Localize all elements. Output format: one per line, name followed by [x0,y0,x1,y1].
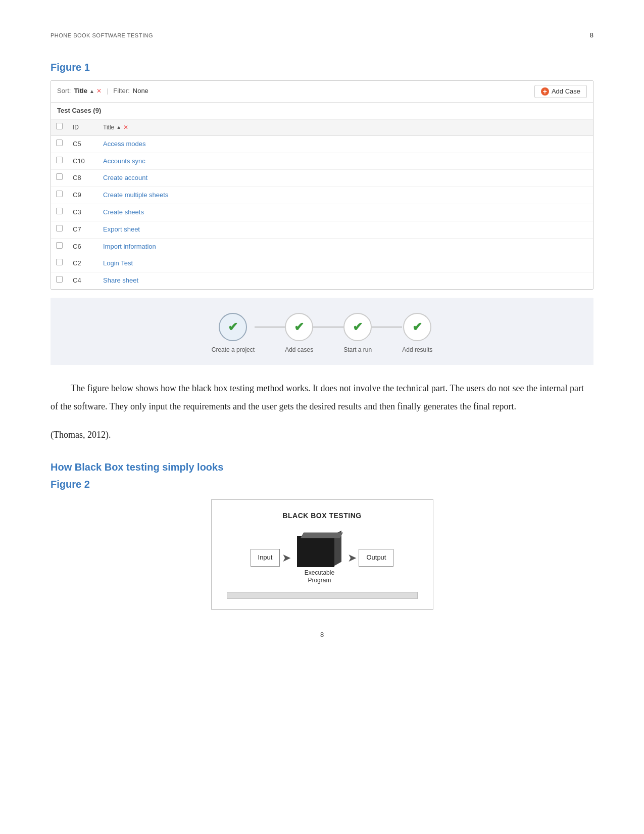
row-id: C3 [68,204,98,221]
table-row: C10 Accounts sync [51,153,593,170]
blackbox-flow: Input ➤ ExecutableProgram ➤ Output [227,531,418,585]
cases-table: ID Title ▲ ✕ C5 Access modes [51,120,593,289]
bb-program-container: ExecutableProgram [297,531,341,585]
row-checkbox[interactable] [56,140,63,146]
row-checkbox[interactable] [56,208,63,214]
workflow-step: ✔Create a project [212,313,285,355]
page-number-footer: 8 [51,630,593,640]
filter-value[interactable]: None [133,86,148,97]
row-checkbox[interactable] [56,191,63,197]
workflow-step-item: ✔Create a project [212,313,255,355]
workflow-diagram: ✔Create a project✔Add cases✔Start a run✔… [51,298,593,365]
row-id: C8 [68,170,98,187]
row-title-link[interactable]: Accounts sync [103,157,145,165]
col-check-header [51,120,68,136]
bb-arrow-out: ➤ [348,549,357,567]
figure2-label: Figure 2 [51,476,593,492]
row-title[interactable]: Accounts sync [98,153,593,170]
step-connector [372,327,402,328]
col-title-sort-clear[interactable]: ✕ [123,123,128,132]
row-title-link[interactable]: Login Test [103,259,133,267]
blackbox-diagram: BLACK BOX TESTING Input ➤ ExecutableProg… [211,499,433,610]
workflow-steps: ✔Create a project✔Add cases✔Start a run✔… [61,313,583,355]
step-check-icon: ✔ [294,317,304,337]
row-checkbox-cell[interactable] [51,170,68,187]
row-title[interactable]: Create multiple sheets [98,187,593,204]
row-checkbox-cell[interactable] [51,187,68,204]
row-checkbox[interactable] [56,173,63,180]
row-title[interactable]: Create account [98,170,593,187]
col-id-header[interactable]: ID [68,120,98,136]
sort-clear-button[interactable]: ✕ [96,86,102,96]
row-checkbox[interactable] [56,242,63,249]
row-title-link[interactable]: Import information [103,243,156,250]
bb-footer-bar [227,592,418,599]
row-checkbox-cell[interactable] [51,255,68,272]
table-row: C9 Create multiple sheets [51,187,593,204]
step-circle: ✔ [219,313,247,341]
step-connector [313,327,343,328]
row-title-link[interactable]: Share sheet [103,276,138,284]
row-checkbox-cell[interactable] [51,272,68,289]
row-checkbox-cell[interactable] [51,238,68,255]
step-check-icon: ✔ [353,317,363,337]
row-id: C9 [68,187,98,204]
step-circle: ✔ [343,313,372,341]
row-checkbox-cell[interactable] [51,204,68,221]
test-cases-label: Test Cases [57,107,91,114]
row-id: C7 [68,221,98,238]
test-cases-table: Sort: Title ▲ ✕ | Filter: None + Add Cas… [51,80,593,290]
sort-field-area[interactable]: Title ▲ ✕ [74,86,101,97]
row-checkbox[interactable] [56,259,63,265]
row-id: C5 [68,135,98,153]
row-checkbox-cell[interactable] [51,135,68,153]
row-title[interactable]: Export sheet [98,221,593,238]
add-case-plus-icon: + [541,87,549,96]
row-id: C10 [68,153,98,170]
row-id: C2 [68,255,98,272]
sort-field[interactable]: Title [74,86,87,97]
row-title[interactable]: Import information [98,238,593,255]
table-row: C5 Access modes [51,135,593,153]
row-title[interactable]: Access modes [98,135,593,153]
test-cases-number: 9 [95,107,99,114]
bb-output-box: Output [359,549,393,567]
add-case-button[interactable]: + Add Case [534,85,587,98]
citation-text: (Thomas, 2012). [51,426,593,444]
workflow-step: ✔Add results [402,313,432,355]
table-row: C3 Create sheets [51,204,593,221]
bb-arrow-in: ➤ [282,549,291,567]
col-title-header[interactable]: Title ▲ ✕ [98,120,593,136]
row-checkbox[interactable] [56,276,63,283]
table-row: C7 Export sheet [51,221,593,238]
bb-input-box: Input [251,549,280,567]
toolbar-divider: | [107,86,108,97]
page-number-header: 8 [590,30,593,41]
row-title-link[interactable]: Create multiple sheets [103,191,168,199]
step-connector [255,327,285,328]
row-checkbox-cell[interactable] [51,221,68,238]
row-title[interactable]: Login Test [98,255,593,272]
sort-direction-icon: ▲ [89,87,94,96]
test-cases-count: Test Cases (9) [51,103,593,120]
document-title: PHONE BOOK SOFTWARE TESTING [51,31,153,40]
row-title-link[interactable]: Create sheets [103,208,144,216]
header-checkbox[interactable] [56,123,63,129]
figure1-label: Figure 1 [51,59,593,75]
row-title-link[interactable]: Export sheet [103,225,140,233]
row-title[interactable]: Share sheet [98,272,593,289]
row-checkbox[interactable] [56,157,63,163]
cube-top-face [301,532,343,538]
bb-cube-container [297,531,341,567]
workflow-step-item: ✔Start a run [343,313,372,355]
row-checkbox[interactable] [56,225,63,231]
row-title[interactable]: Create sheets [98,204,593,221]
row-title-link[interactable]: Access modes [103,140,146,148]
workflow-step-item: ✔Add results [402,313,432,355]
row-title-link[interactable]: Create account [103,174,147,181]
step-label: Add cases [285,345,313,355]
section2-heading: How Black Box testing simply looks [51,459,593,475]
table-row: C4 Share sheet [51,272,593,289]
paragraph1-text: The figure below shows how the black box… [51,379,593,415]
row-checkbox-cell[interactable] [51,153,68,170]
